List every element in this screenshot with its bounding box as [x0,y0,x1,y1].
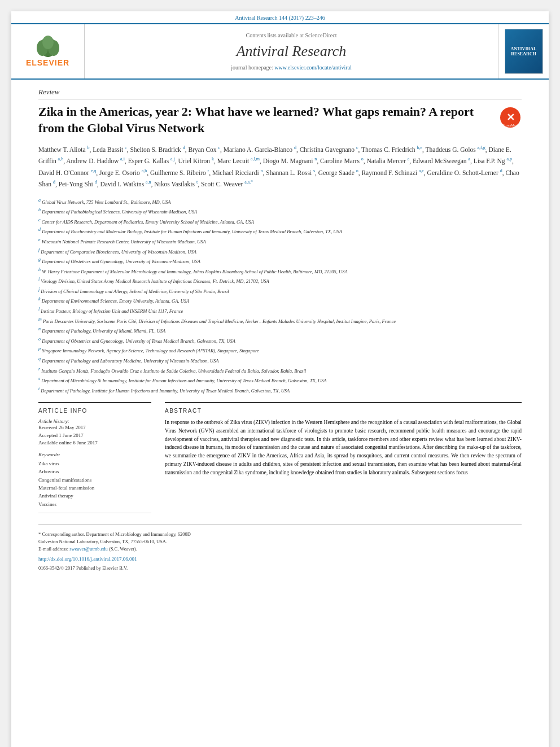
affiliation-s: s Department of Microbiology & Immunolog… [38,375,522,385]
journal-title-area: Contents lists available at ScienceDirec… [85,24,498,78]
affiliation-f: f Department of Comparative Biosciences,… [38,247,522,256]
authors-text: Matthew T. Aliota b, Leda Bassit c, Shel… [38,146,519,187]
elsevier-wordmark: ELSEVIER [26,58,69,67]
keyword-2: Arbovirus [38,468,151,475]
email-label: E-mail address: [38,546,68,552]
corresponding-address: Galveston National Laboratory, Galveston… [38,538,522,545]
article-info-title: ARTICLE INFO [38,408,151,414]
crossmark-icon[interactable]: ✕ CrossMark [499,106,522,129]
article-info-column: ARTICLE INFO Article history: Received 2… [38,402,151,513]
corresponding-line1: * Corresponding author. Department of Mi… [38,531,522,538]
corresponding-author: * Corresponding author. Department of Mi… [38,531,522,552]
affiliation-b: b Department of Pathobiological Sciences… [38,207,522,216]
affiliation-p: p Singapore Immunology Network, Agency f… [38,346,522,355]
authors-section: Matthew T. Aliota b, Leda Bassit c, Shel… [38,144,522,190]
sciencedirect-link[interactable]: Contents lists available at ScienceDirec… [246,32,336,38]
article-info-box: ARTICLE INFO Article history: Received 2… [38,402,151,513]
affiliation-l: l Institut Pasteur, Biology of Infection… [38,306,522,315]
affiliation-e: e Wisconsin National Primate Research Ce… [38,237,522,246]
affiliation-h: h W. Harry Feinstone Department of Molec… [38,267,522,276]
email-suffix: (S.C. Weaver). [109,546,137,552]
keyword-3: Congenital manifestations [38,476,151,484]
article-title: Zika in the Americas, year 2: What have … [38,104,499,136]
citation-text: Antiviral Research 144 (2017) 223–246 [235,15,325,21]
svg-text:✕: ✕ [506,112,515,123]
keyword-1: Zika virus [38,460,151,468]
abstract-text: In response to the outbreak of Zika viru… [165,418,522,477]
received-date: Received 26 May 2017 [38,424,151,432]
journal-header: ELSEVIER Contents lists available at Sci… [11,23,549,80]
academic-paper-page: Antiviral Research 144 (2017) 223–246 EL… [11,11,549,747]
keyword-4: Maternal-fetal transmission [38,484,151,492]
publisher-logo-area: ELSEVIER [11,24,85,78]
available-date: Available online 6 June 2017 [38,439,151,447]
affiliation-n: n Department of Pathology, University of… [38,326,522,335]
affiliation-t: t Department of Pathology, Institute for… [38,386,522,395]
journal-cover-area: ANTIVIRALRESEARCH [498,24,549,78]
affiliation-j: j Division of Clinical Immunology and Al… [38,286,522,295]
svg-text:CrossMark: CrossMark [502,124,519,127]
sciencedirect-prefix: Contents lists available at ScienceDirec… [246,32,336,38]
footer-section: * Corresponding author. Department of Mi… [38,525,522,572]
affiliation-c: c Center for AIDS Research, Department o… [38,217,522,226]
email-address[interactable]: sweaver@utmb.edu [69,546,108,552]
journal-title: Antiviral Research [237,43,347,60]
keyword-6: Vaccines [38,500,151,508]
affiliation-r: r Instituto Gonçalo Moniz, Fundação Oswa… [38,366,522,375]
keywords-section: Keywords: Zika virus Arbovirus Congenita… [38,452,151,508]
article-history: Article history: Received 26 May 2017 Ac… [38,418,151,447]
citation-bar: Antiviral Research 144 (2017) 223–246 [11,11,549,23]
accepted-date: Accepted 1 June 2017 [38,432,151,440]
affiliation-i: i Virology Division, United States Army … [38,276,522,285]
abstract-column: ABSTRACT In response to the outbreak of … [165,402,522,513]
two-column-section: ARTICLE INFO Article history: Received 2… [38,402,522,513]
journal-cover-image: ANTIVIRALRESEARCH [505,29,543,74]
history-label: Article history: [38,418,151,424]
issn-text: 0166-3542/© 2017 Published by Elsevier B… [38,565,522,572]
affiliation-a: a Global Virus Network, 725 West Lombard… [38,197,522,206]
homepage-link[interactable]: journal homepage: www.elsevier.com/locat… [231,64,352,71]
affiliation-g: g Department of Obstetrics and Gynecolog… [38,256,522,265]
email-line: E-mail address: sweaver@utmb.edu (S.C. W… [38,545,522,553]
elsevier-logo-container: ELSEVIER [26,36,69,67]
section-label: Review [38,88,522,99]
keyword-5: Antiviral therapy [38,492,151,500]
affiliation-m: m Paris Descartes University, Sorbonne P… [38,316,522,325]
affiliations-section: a Global Virus Network, 725 West Lombard… [38,197,522,395]
affiliation-o: o Department of Obstetrics and Gynecolog… [38,336,522,345]
affiliation-k: k Department of Environmental Sciences, … [38,296,522,305]
svg-point-4 [42,36,54,49]
abstract-title: ABSTRACT [165,402,522,414]
keywords-label: Keywords: [38,452,151,457]
affiliation-d: d Department of Biochemistry and Molecul… [38,226,522,235]
homepage-url: www.elsevier.com/locate/antiviral [274,64,352,71]
doi-link[interactable]: http://dx.doi.org/10.1016/j.antiviral.20… [38,556,522,563]
affiliation-q: q Department of Pathology and Laboratory… [38,356,522,365]
homepage-label: journal homepage: [231,64,273,71]
title-row: Zika in the Americas, year 2: What have … [38,104,522,144]
elsevier-tree-icon [31,36,65,58]
main-content: Review Zika in the Americas, year 2: Wha… [11,88,549,572]
